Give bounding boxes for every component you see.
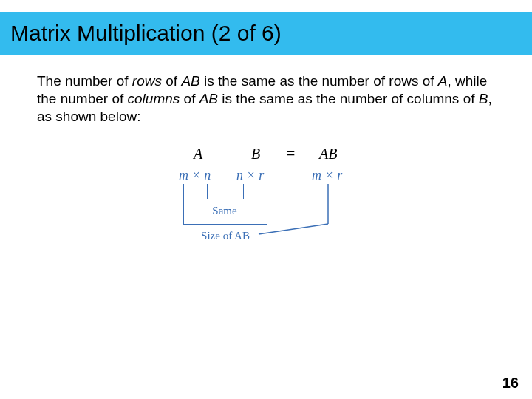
txt: is the same as the number of rows of	[200, 73, 438, 89]
connector-lines	[170, 146, 362, 286]
txt-rows: rows	[132, 73, 162, 89]
page-number: 16	[502, 375, 519, 392]
txt: The number of	[37, 73, 132, 89]
txt: of	[162, 73, 181, 89]
svg-line-1	[259, 224, 328, 234]
slide-title: Matrix Multiplication (2 of 6)	[0, 12, 532, 55]
txt-AB2: AB	[200, 91, 218, 106]
txt: of	[180, 91, 199, 106]
txt-AB: AB	[181, 73, 200, 89]
txt-B: B	[479, 91, 488, 106]
txt: is the same as the number of columns of	[218, 91, 479, 106]
txt-columns: columns	[128, 91, 180, 106]
slide-body: The number of rows of AB is the same as …	[37, 72, 495, 125]
txt-A: A	[438, 73, 448, 89]
dimension-diagram: A B = AB m × n n × r m × r Same Size of …	[170, 146, 362, 286]
